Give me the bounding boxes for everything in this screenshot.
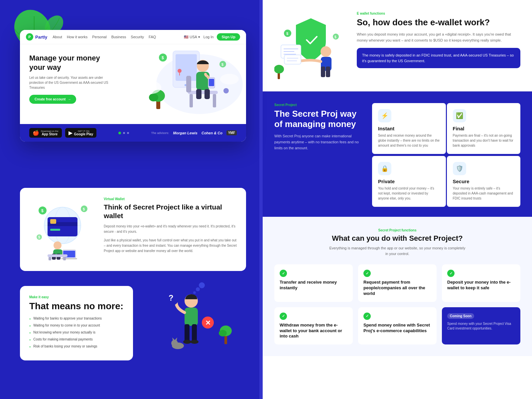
what-item-4-title: Withdraw money from the e-wallet to your… [280,323,347,339]
what-item-coming-body: Spend money with your Secret Project Vis… [447,322,515,331]
feature-secure: 🛡️ Secure Your money is entirely safe – … [447,156,521,207]
svg-text:✕: ✕ [205,319,211,327]
what-item-2-title: Request payment from people/companies al… [363,280,431,297]
coming-soon-badge: Coming Soon [447,313,474,319]
nav-security[interactable]: Security [131,35,144,39]
what-title: What can you do with Secret Project? [274,234,520,243]
nav-business[interactable]: Business [111,35,126,39]
list-item: ● Risk of banks losing your money or sav… [29,344,124,349]
advisors-label: The advisors: [151,131,169,135]
feature-private-body: You hold and control your money – it's n… [378,186,440,201]
nav-about[interactable]: About [53,35,62,39]
hero-title: Manage your money your way [29,54,116,72]
login-button[interactable]: Log In [203,35,214,39]
feature-instant-body: Send and receive money around the globe … [378,133,440,148]
appstore-button[interactable]: 🍎 Download on the App Store [29,128,62,138]
logo: P Partly [26,33,47,41]
svg-rect-53 [192,324,197,342]
svg-text:$: $ [162,56,164,60]
what-item-1: ✓ Transfer and receive money instantly [274,264,353,302]
ewallet-callout: The money is safely deposited in an FDIC… [357,48,520,68]
svg-point-22 [178,69,182,73]
what-item-1-title: Transfer and receive money instantly [280,280,347,291]
feature-secure-body: Your money is entirely safe – it's depos… [453,186,515,201]
svg-point-68 [321,46,331,57]
wallet-body2: Just like a physical wallet, you have fu… [104,238,237,254]
svg-point-67 [199,282,205,288]
wallet-body1: Deposit money into your «e-wallet» and i… [104,224,237,234]
secret-label: Secret Project [274,103,364,107]
country-selector[interactable]: 🇺🇸 USA ▾ [184,35,200,39]
svg-rect-51 [185,308,198,326]
svg-text:$: $ [221,63,223,66]
feature-private: 🔒 Private You hold and control your mone… [372,156,446,207]
feature-instant-title: Instant [378,126,440,131]
svg-rect-32 [50,229,60,231]
wallet-section: $ $ $ Virtual Wallet Think of Secret Pro… [20,188,246,271]
feature-private-title: Private [378,179,440,184]
what-item-2: ✓ Request payment from people/companies … [358,264,437,302]
list-item: ● Waiting for banks to approve your tran… [29,316,124,321]
ewallet-label: E wallet functions [357,12,520,15]
what-item-coming-soon: Coming Soon Spend money with your Secret… [442,307,520,345]
advisor-2: Cohen & Co [201,131,222,135]
svg-rect-70 [321,66,325,77]
ewallet-illustration: $ $ [274,12,347,83]
what-item-5: ✓ Spend money online with Secret Proj's … [358,307,437,345]
svg-rect-47 [48,254,67,257]
what-label: Secret Project functions [274,228,520,232]
ewallet-title: So, how does the e-wallet work? [357,17,520,28]
advisor-3: YMF [226,130,237,135]
svg-point-65 [193,291,196,294]
svg-rect-49 [63,257,66,260]
question-illustration: ? ✕ [138,279,241,366]
brand-name: Partly [35,35,47,40]
svg-text:$: $ [38,235,40,239]
nav-howitworks[interactable]: How it works [67,35,87,39]
nomore-list: ● Waiting for banks to approve your tran… [29,316,124,349]
svg-rect-10 [190,94,193,107]
svg-text:$: $ [286,32,288,36]
svg-point-55 [191,340,199,344]
feature-final-body: Payments are final – it's not an on-goin… [453,133,515,148]
svg-point-21 [149,93,158,101]
feature-final-title: Final [453,126,515,131]
list-item: ● Not knowing where your money actually … [29,330,124,335]
svg-rect-12 [186,76,191,92]
svg-point-23 [138,81,161,94]
svg-point-84 [274,65,284,73]
nav-faq[interactable]: FAQ [149,35,156,39]
cta-button[interactable]: Create free account → [29,95,76,104]
secret-proj-section: Secret Project The Secret Proj way of ma… [263,91,532,217]
hero-illustration: $ $ [123,41,243,117]
signup-button[interactable]: Sign Up [217,33,240,41]
what-item-3: ✓ Deposit your money into the e-wallet t… [442,264,520,302]
list-item: ● Waiting for money to come in to your a… [29,323,124,328]
what-item-5-title: Spend money online with Secret Proj's e-… [363,323,431,334]
svg-point-62 [219,330,227,336]
googleplay-button[interactable]: ▶ GET IT ON Google Play [65,128,97,138]
nav-personal[interactable]: Personal [92,35,106,39]
svg-rect-48 [49,257,51,260]
svg-point-54 [183,340,191,344]
svg-text:?: ? [169,293,174,302]
svg-rect-71 [326,66,330,77]
secret-body: With Secret Proj anyone can make interna… [274,133,364,151]
secret-title: The Secret Proj way of managing money [274,109,364,129]
svg-point-64 [171,340,178,346]
what-item-3-title: Deposit your money into the e-wallet to … [447,280,515,291]
browser-card: P Partly About How it works Personal Bus… [20,30,246,142]
wallet-illustration: $ $ $ [29,197,96,262]
nomore-title: That means no more: [29,301,124,312]
svg-rect-9 [188,91,218,94]
what-section: Secret Project functions What can you do… [263,217,532,356]
svg-point-40 [54,241,62,249]
svg-rect-15 [196,89,201,99]
wallet-title: Think of Secret Project like a virtual w… [104,203,237,220]
svg-rect-2 [176,54,197,81]
svg-text:$: $ [41,208,44,213]
hero-subtitle: Let us take care of security. Your asset… [29,75,116,90]
what-subtitle: Everything is managed through the app or… [328,245,467,256]
svg-text:$: $ [334,35,336,39]
svg-point-8 [223,88,229,93]
